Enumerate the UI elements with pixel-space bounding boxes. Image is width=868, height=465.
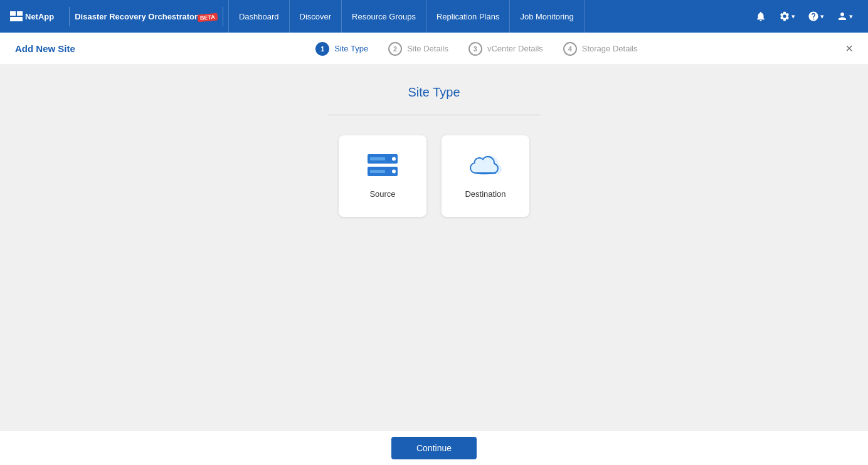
user-button[interactable]: ▾ (832, 8, 858, 24)
user-chevron: ▾ (849, 13, 853, 21)
cloud-icon (469, 154, 502, 182)
step-1-label: Site Type (334, 44, 368, 53)
step-2-label: Site Details (407, 44, 448, 53)
nav-divider (69, 7, 70, 26)
netapp-logo: NetApp (10, 11, 54, 21)
main-content: Site Type Source (0, 65, 868, 430)
nav-job-monitoring[interactable]: Job Monitoring (510, 0, 584, 33)
settings-chevron: ▾ (791, 13, 795, 21)
nav-dashboard[interactable]: Dashboard (228, 0, 290, 33)
step-1-circle: 1 (315, 42, 329, 56)
svg-rect-0 (10, 11, 16, 16)
wizard-steps: 1 Site Type 2 Site Details 3 vCenter Det… (100, 42, 853, 56)
svg-point-7 (392, 169, 396, 173)
section-divider (327, 115, 541, 115)
footer: Continue (0, 430, 868, 465)
server-icon (365, 154, 400, 182)
nav-discover[interactable]: Discover (290, 0, 342, 33)
step-4: 4 Storage Details (553, 42, 648, 56)
continue-button[interactable]: Continue (391, 437, 477, 459)
nav-resource-groups[interactable]: Resource Groups (342, 0, 426, 33)
sub-header: Add New Site 1 Site Type 2 Site Details … (0, 33, 868, 65)
navbar: NetApp Disaster Recovery Orchestrator BE… (0, 0, 868, 33)
step-1: 1 Site Type (305, 42, 378, 56)
close-button[interactable]: × (845, 41, 853, 56)
step-2-circle: 2 (388, 42, 402, 56)
nav-right: ▾ ▾ ▾ (750, 8, 858, 24)
destination-label: Destination (465, 189, 505, 199)
section-title: Site Type (408, 85, 460, 100)
help-chevron: ▾ (820, 13, 824, 21)
step-4-label: Storage Details (582, 44, 638, 53)
step-2: 2 Site Details (378, 42, 458, 56)
brand: NetApp (10, 11, 54, 21)
svg-rect-2 (10, 17, 23, 21)
step-3: 3 vCenter Details (458, 42, 553, 56)
app-title: Disaster Recovery Orchestrator (75, 12, 198, 21)
nav-links: Dashboard Discover Resource Groups Repli… (228, 0, 750, 33)
cards-container: Source Destination (339, 135, 529, 217)
brand-label: NetApp (25, 12, 54, 21)
source-card[interactable]: Source (339, 135, 426, 217)
help-button[interactable]: ▾ (803, 8, 829, 24)
page-title: Add New Site (15, 43, 75, 54)
nav-divider-2 (223, 7, 223, 26)
settings-button[interactable]: ▾ (774, 8, 800, 24)
step-4-circle: 4 (563, 42, 577, 56)
notification-button[interactable] (750, 8, 771, 24)
netapp-logo-icon (10, 11, 23, 21)
nav-replication-plans[interactable]: Replication Plans (426, 0, 510, 33)
svg-rect-1 (17, 11, 23, 16)
step-3-circle: 3 (468, 42, 482, 56)
svg-rect-5 (370, 157, 385, 160)
beta-badge: BETA (198, 13, 218, 22)
destination-card[interactable]: Destination (442, 135, 529, 217)
source-label: Source (369, 189, 395, 199)
bell-icon (755, 11, 766, 22)
svg-rect-8 (370, 170, 385, 173)
svg-point-4 (392, 157, 396, 160)
gear-icon (779, 11, 790, 22)
user-icon (837, 11, 848, 22)
step-3-label: vCenter Details (487, 44, 543, 53)
help-icon (808, 11, 819, 22)
